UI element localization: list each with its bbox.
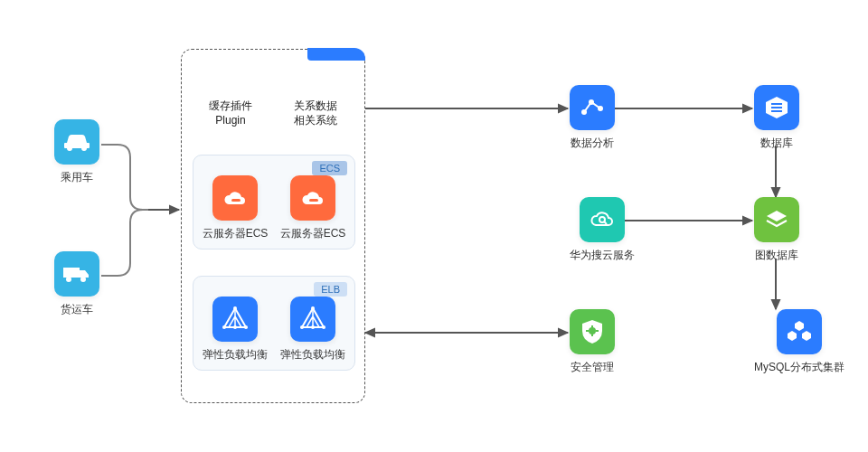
ecs-instance-1: 云服务器ECS bbox=[199, 175, 271, 241]
middle-stack-label: 图数据库 bbox=[755, 248, 798, 263]
ecs-instance-2: 云服务器ECS bbox=[277, 175, 349, 241]
svg-point-1 bbox=[80, 277, 86, 282]
center-head-2-line2: 相关系统 bbox=[294, 114, 337, 127]
center-head-1-line1: 缓存插件 bbox=[209, 99, 252, 112]
node-cloud-search: 华为搜云服务 bbox=[570, 197, 635, 263]
node-analytics: 数据分析 bbox=[570, 85, 615, 151]
list-data-icon bbox=[754, 85, 799, 130]
diagram-canvas: 乘用车 货运车 缓存插件 Plugin 关系数据 相关系统 ECS 云服务器EC… bbox=[0, 0, 868, 452]
svg-point-5 bbox=[222, 325, 226, 329]
source-car: 乘用车 bbox=[54, 119, 99, 185]
node-security: 安全管理 bbox=[570, 309, 615, 375]
svg-point-17 bbox=[589, 327, 596, 334]
analytics-label: 数据分析 bbox=[571, 136, 614, 151]
shield-gear-icon bbox=[570, 309, 615, 354]
center-head-1-line2: Plugin bbox=[215, 114, 245, 127]
elb-2-label: 弹性负载均衡 bbox=[280, 347, 345, 363]
elb-1-label: 弹性负载均衡 bbox=[203, 347, 268, 363]
connectors bbox=[0, 0, 868, 452]
center-headers: 缓存插件 Plugin 关系数据 相关系统 bbox=[182, 99, 364, 127]
layers-icon bbox=[754, 197, 799, 242]
elb-group: ELB 弹性负载均衡 弹性负载均衡 bbox=[193, 276, 355, 371]
svg-line-16 bbox=[604, 221, 607, 224]
cloud-server-icon bbox=[290, 175, 335, 221]
car-icon bbox=[54, 119, 99, 165]
node-data-store-top: 数据库 bbox=[754, 85, 799, 151]
elb-badge: ELB bbox=[314, 282, 347, 297]
load-balancer-icon bbox=[290, 297, 335, 342]
truck-icon bbox=[54, 251, 99, 297]
load-balancer-icon bbox=[212, 297, 258, 342]
ecs-2-label: 云服务器ECS bbox=[280, 226, 346, 241]
cloud-server-icon bbox=[212, 175, 258, 221]
svg-point-0 bbox=[66, 277, 71, 282]
center-tab-accent bbox=[307, 48, 365, 61]
source-car-label: 乘用车 bbox=[61, 170, 93, 185]
svg-point-4 bbox=[233, 306, 237, 310]
svg-point-9 bbox=[300, 325, 304, 329]
cloud-search-icon bbox=[580, 197, 625, 242]
svg-rect-18 bbox=[591, 325, 593, 328]
svg-rect-3 bbox=[309, 199, 318, 202]
svg-point-11 bbox=[311, 325, 315, 329]
elb-instance-2: 弹性负载均衡 bbox=[277, 297, 349, 363]
analytics-icon bbox=[570, 85, 615, 130]
svg-rect-19 bbox=[591, 334, 593, 336]
elb-instance-1: 弹性负载均衡 bbox=[199, 297, 271, 363]
node-mysql-cluster: MySQL分布式集群 bbox=[754, 309, 844, 375]
security-label: 安全管理 bbox=[571, 360, 614, 375]
ecs-badge: ECS bbox=[312, 161, 347, 175]
mysql-cluster-label: MySQL分布式集群 bbox=[754, 360, 844, 375]
svg-rect-2 bbox=[231, 199, 241, 202]
svg-rect-20 bbox=[586, 330, 589, 332]
svg-point-8 bbox=[311, 306, 315, 310]
svg-rect-21 bbox=[596, 330, 599, 332]
center-container: 缓存插件 Plugin 关系数据 相关系统 ECS 云服务器ECS 云服务器EC… bbox=[181, 49, 365, 403]
hex-cluster-icon bbox=[777, 309, 822, 354]
svg-point-7 bbox=[233, 325, 237, 329]
data-store-top-label: 数据库 bbox=[760, 136, 793, 151]
source-truck-label: 货运车 bbox=[61, 302, 93, 317]
cloud-search-label: 华为搜云服务 bbox=[570, 248, 635, 263]
node-middle-stack: 图数据库 bbox=[754, 197, 799, 263]
center-head-2-line1: 关系数据 bbox=[294, 99, 337, 112]
svg-point-10 bbox=[322, 325, 326, 329]
ecs-1-label: 云服务器ECS bbox=[203, 226, 269, 241]
ecs-group: ECS 云服务器ECS 云服务器ECS bbox=[193, 155, 355, 250]
source-truck: 货运车 bbox=[54, 251, 99, 317]
svg-point-6 bbox=[244, 325, 248, 329]
